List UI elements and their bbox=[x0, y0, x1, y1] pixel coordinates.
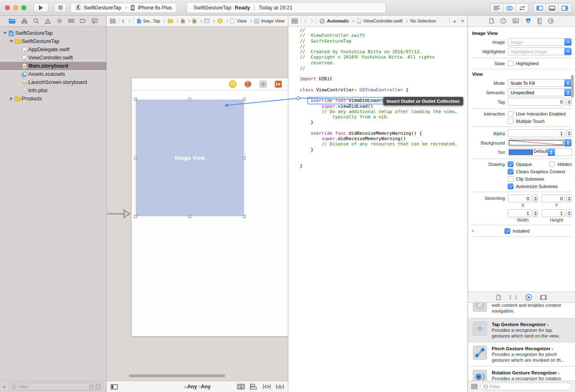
standard-editor-button[interactable] bbox=[491, 3, 503, 13]
stretching-y-field[interactable]: 0 bbox=[541, 195, 565, 202]
related-items-icon[interactable] bbox=[110, 18, 116, 24]
test-navigator-tab[interactable] bbox=[57, 18, 62, 24]
code-line-8[interactable]: // bbox=[300, 66, 468, 71]
code-line-21[interactable]: super.didReceiveMemoryWarning() bbox=[300, 136, 468, 141]
file-template-library-tab[interactable] bbox=[496, 295, 501, 300]
crumb-selection[interactable]: No Selection bbox=[411, 18, 436, 23]
attributes-inspector-tab[interactable] bbox=[525, 18, 531, 24]
semantic-popup[interactable]: Unspecified bbox=[508, 88, 572, 96]
gesture-recognizer-icon[interactable] bbox=[259, 80, 267, 88]
resize-handle[interactable] bbox=[188, 215, 191, 218]
forward-button[interactable] bbox=[127, 19, 131, 23]
toggle-debug-area-button[interactable] bbox=[546, 3, 559, 13]
disclosure-triangle[interactable] bbox=[9, 97, 14, 100]
first-responder-icon[interactable]: 1⌂ bbox=[244, 80, 252, 88]
related-items-icon[interactable] bbox=[292, 18, 298, 24]
combo-arrow-icon[interactable] bbox=[564, 39, 571, 45]
tag-stepper[interactable] bbox=[566, 98, 572, 106]
highlighted-combobox[interactable]: Highlighted Image bbox=[508, 48, 572, 55]
file-tree-row-viewcontroller-swift[interactable]: ViewController.swift bbox=[0, 54, 106, 62]
code-line-17[interactable]: typically from a nib. bbox=[300, 114, 468, 120]
minimize-window-button[interactable] bbox=[13, 5, 18, 10]
file-tree-row-main-storyboard[interactable]: Main.storyboard bbox=[0, 62, 106, 70]
issue-navigator-tab[interactable] bbox=[45, 18, 51, 24]
document-outline-toggle[interactable] bbox=[111, 384, 118, 390]
file-tree-row-products[interactable]: Products bbox=[0, 95, 106, 103]
navigator-filter-field[interactable]: Filter bbox=[9, 383, 104, 390]
run-button[interactable] bbox=[34, 3, 48, 12]
forward-button[interactable] bbox=[309, 19, 313, 23]
code-line-26[interactable]: } bbox=[300, 163, 468, 168]
crumb-image-view[interactable]: Image View bbox=[261, 18, 285, 23]
crumb-file[interactable]: ViewController.swift bbox=[363, 18, 403, 23]
file-inspector-tab[interactable] bbox=[489, 18, 494, 24]
view-controller-icon[interactable] bbox=[229, 80, 237, 88]
version-editor-button[interactable] bbox=[516, 3, 529, 13]
opaque-checkbox[interactable] bbox=[508, 161, 513, 167]
pin-button[interactable] bbox=[263, 384, 271, 390]
stretching-width-field[interactable]: 1 bbox=[508, 209, 532, 217]
crumb-automatic[interactable]: Automatic bbox=[327, 18, 349, 23]
media-library-tab[interactable] bbox=[540, 295, 547, 300]
library-grid-toggle[interactable] bbox=[471, 384, 477, 389]
scheme-selector[interactable]: SwiftGestureTap iPhone 6s Plus bbox=[71, 3, 176, 13]
library-scrollbar[interactable] bbox=[571, 75, 574, 97]
back-button[interactable] bbox=[122, 19, 126, 23]
file-tree-row-swiftgesturetap[interactable]: SwiftGestureTap bbox=[0, 29, 106, 37]
popup-arrows-icon[interactable] bbox=[564, 89, 571, 96]
resize-handle[interactable] bbox=[188, 98, 191, 101]
stretching-x-stepper[interactable] bbox=[533, 195, 538, 202]
code-snippet-library-tab[interactable]: { } bbox=[509, 295, 517, 300]
resize-handle[interactable] bbox=[134, 215, 137, 218]
add-configuration-button[interactable]: + bbox=[471, 228, 477, 234]
back-button[interactable] bbox=[304, 19, 308, 23]
add-file-button[interactable]: + bbox=[2, 383, 6, 390]
user-interaction-enabled-checkbox[interactable] bbox=[508, 111, 513, 117]
library-item-pinch-gesture-recognizer[interactable]: Pinch Gesture Recognizer - Provides a re… bbox=[468, 342, 575, 367]
align-button[interactable] bbox=[250, 384, 258, 390]
stretching-height-field[interactable]: 1 bbox=[541, 209, 565, 217]
code-line-11[interactable] bbox=[300, 82, 468, 87]
scene-doc-icon[interactable] bbox=[192, 18, 196, 24]
report-navigator-tab[interactable] bbox=[92, 18, 98, 24]
code-line-3[interactable]: // SwiftGestureTap bbox=[300, 39, 468, 44]
popup-arrows-icon[interactable] bbox=[564, 79, 571, 86]
code-line-16[interactable]: // Do any additional setup after loading… bbox=[300, 109, 468, 114]
embed-in-stack-button[interactable] bbox=[237, 384, 245, 390]
disclosure-triangle[interactable] bbox=[2, 32, 7, 34]
connections-inspector-tab[interactable] bbox=[548, 18, 554, 24]
resize-handle[interactable] bbox=[134, 156, 137, 159]
image-view-crumb-icon[interactable] bbox=[254, 18, 259, 24]
multiple-touch-checkbox[interactable] bbox=[508, 118, 513, 124]
library-item-webview-partial[interactable]: web content and enables content navigati… bbox=[468, 303, 575, 318]
resize-handle[interactable] bbox=[134, 98, 137, 101]
combo-arrow-icon[interactable] bbox=[564, 48, 571, 55]
stop-button[interactable] bbox=[54, 3, 66, 12]
exit-icon[interactable] bbox=[274, 80, 282, 88]
project-navigator-tab[interactable] bbox=[9, 18, 16, 24]
identity-inspector-tab[interactable] bbox=[513, 18, 519, 23]
code-line-4[interactable]: // bbox=[300, 44, 468, 49]
tag-field[interactable]: 0 bbox=[508, 98, 565, 106]
stretching-height-stepper[interactable] bbox=[566, 209, 572, 217]
stretching-x-field[interactable]: 0 bbox=[508, 195, 532, 202]
code-line-2[interactable]: // ViewController.swift bbox=[300, 33, 468, 38]
window-crumb-icon[interactable] bbox=[204, 18, 210, 23]
mode-popup[interactable]: Scale To Fill bbox=[508, 79, 572, 87]
popup-arrows-icon[interactable] bbox=[564, 139, 571, 146]
breakpoint-navigator-tab[interactable] bbox=[80, 19, 86, 23]
toggle-utilities-button[interactable] bbox=[559, 3, 571, 13]
resize-handle[interactable] bbox=[243, 98, 246, 101]
tint-color-well[interactable]: Default bbox=[508, 148, 572, 156]
library-item-rotation-gesture-recognizer[interactable]: Rotation Gesture Recognizer - Provides a… bbox=[468, 367, 575, 381]
clears-graphics-context-checkbox[interactable] bbox=[508, 169, 513, 174]
code-line-25[interactable] bbox=[300, 158, 468, 163]
resize-handle[interactable] bbox=[243, 215, 246, 218]
alpha-stepper[interactable] bbox=[566, 129, 572, 137]
file-tree-row-appdelegate-swift[interactable]: AppDelegate.swift bbox=[0, 45, 106, 54]
add-assistant-editor-button[interactable]: + bbox=[453, 18, 456, 25]
zoom-window-button[interactable] bbox=[21, 5, 26, 10]
view-controller-crumb-icon[interactable] bbox=[217, 18, 223, 24]
close-window-button[interactable] bbox=[5, 5, 10, 10]
code-line-23[interactable]: } bbox=[300, 147, 468, 152]
